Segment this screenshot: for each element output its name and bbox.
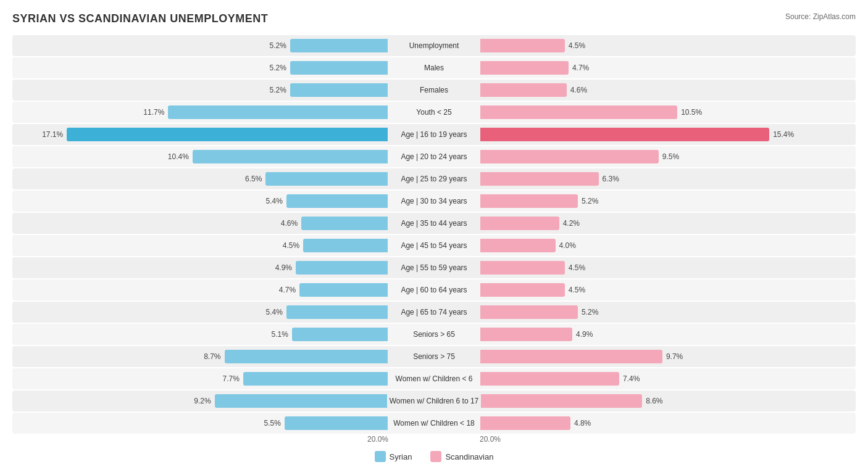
bars-right: 8.6% (481, 394, 856, 408)
right-value: 4.5% (569, 286, 591, 294)
legend-scandinavian: Scandinavian (430, 451, 493, 462)
bars-left: 5.1% (12, 328, 388, 341)
left-value: 4.7% (273, 286, 296, 294)
bar-row: 5.2% Females 4.6% (12, 80, 856, 101)
bar-row: 6.5% Age | 25 to 29 years 6.3% (12, 168, 856, 189)
bar-blue (299, 283, 388, 297)
left-value: 10.4% (167, 152, 189, 161)
bar-row: 4.9% Age | 55 to 59 years 4.5% (12, 257, 856, 278)
left-value: 4.6% (275, 219, 298, 228)
bars-right: 4.9% (480, 328, 856, 341)
bars-left: 4.7% (12, 283, 388, 297)
chart-body: 5.2% Unemployment 4.5% 5.2% Males 4.7% 5… (12, 35, 856, 434)
row-label: Age | 16 to 19 years (388, 130, 480, 139)
bars-left: 4.6% (12, 217, 388, 230)
bar-pink (480, 239, 556, 252)
axis-right: 20.0% (477, 435, 856, 444)
bar-pink (481, 394, 642, 408)
bar-pink (480, 128, 769, 141)
bars-left: 9.2% (12, 394, 387, 408)
right-value: 5.2% (582, 308, 604, 316)
bar-row: 5.2% Males 4.7% (12, 57, 856, 78)
bars-left: 5.2% (12, 61, 388, 75)
bars-right: 4.7% (480, 61, 856, 75)
right-value: 8.6% (646, 397, 668, 405)
bar-pink (480, 372, 619, 386)
axis-row: 20.0% 20.0% (12, 435, 856, 444)
left-value: 8.7% (199, 352, 221, 361)
bars-right: 4.6% (480, 83, 856, 97)
right-value: 4.5% (569, 41, 591, 50)
row-label: Women w/ Children 6 to 17 (387, 397, 482, 405)
bars-left: 8.7% (12, 350, 388, 363)
bars-right: 4.8% (480, 416, 856, 430)
bars-right: 9.7% (480, 350, 856, 363)
bar-row: 5.4% Age | 30 to 34 years 5.2% (12, 191, 856, 212)
bars-right: 4.0% (480, 239, 856, 252)
left-value: 5.2% (264, 41, 286, 50)
legend-scandinavian-box (430, 451, 441, 462)
bar-blue (301, 217, 388, 230)
bar-pink (480, 194, 578, 208)
bar-blue (168, 105, 388, 119)
right-value: 4.7% (572, 64, 595, 72)
right-value: 10.5% (681, 108, 703, 117)
bars-right: 5.2% (480, 194, 856, 208)
right-value: 4.0% (559, 241, 582, 250)
bars-right: 5.2% (480, 305, 856, 319)
right-value: 4.8% (574, 419, 596, 428)
row-label: Women w/ Children < 6 (388, 374, 480, 383)
bars-left: 5.4% (12, 194, 388, 208)
bar-blue (67, 128, 388, 141)
bar-blue (265, 172, 388, 186)
bars-right: 4.5% (480, 261, 856, 275)
bar-row: 4.7% Age | 60 to 64 years 4.5% (12, 279, 856, 300)
bar-blue (243, 372, 388, 386)
bar-row: 9.2% Women w/ Children 6 to 17 8.6% (12, 391, 856, 411)
bar-pink (480, 261, 565, 275)
bar-blue (285, 416, 388, 430)
bar-blue (286, 194, 388, 208)
bar-row: 17.1% Age | 16 to 19 years 15.4% (12, 124, 856, 145)
bar-row: 10.4% Age | 20 to 24 years 9.5% (12, 146, 856, 167)
row-label: Males (388, 64, 480, 72)
bar-pink (480, 305, 578, 319)
chart-footer: Syrian Scandinavian (12, 451, 856, 462)
left-value: 4.5% (277, 241, 299, 250)
bar-row: 5.4% Age | 65 to 74 years 5.2% (12, 302, 856, 323)
row-label: Seniors > 75 (388, 352, 480, 361)
bars-left: 5.2% (12, 83, 388, 97)
bar-row: 5.5% Women w/ Children < 18 4.8% (12, 413, 856, 434)
row-label: Age | 30 to 34 years (388, 197, 480, 205)
row-label: Age | 25 to 29 years (388, 175, 480, 183)
bars-left: 5.4% (12, 305, 388, 319)
bar-pink (480, 283, 565, 297)
bars-left: 6.5% (12, 172, 388, 186)
bar-blue (290, 83, 388, 97)
left-value: 5.1% (266, 330, 288, 339)
right-value: 4.9% (576, 330, 598, 339)
bars-left: 5.5% (12, 416, 388, 430)
row-label: Age | 35 to 44 years (388, 219, 480, 228)
bars-right: 4.5% (480, 283, 856, 297)
axis-left: 20.0% (12, 435, 391, 444)
bar-blue (286, 305, 388, 319)
bar-row: 5.1% Seniors > 65 4.9% (12, 324, 856, 345)
left-value: 9.2% (189, 397, 211, 405)
row-label: Seniors > 65 (388, 330, 480, 339)
legend-syrian-label: Syrian (390, 452, 412, 461)
bars-right: 9.5% (480, 150, 856, 163)
bar-blue (290, 39, 388, 52)
bar-pink (480, 61, 569, 75)
bars-right: 4.5% (480, 39, 856, 52)
right-value: 5.2% (582, 197, 604, 205)
bars-right: 4.2% (480, 217, 856, 230)
left-value: 11.7% (142, 108, 164, 117)
bar-pink (480, 150, 659, 163)
bar-row: 4.6% Age | 35 to 44 years 4.2% (12, 213, 856, 234)
row-label: Females (388, 86, 480, 94)
bar-row: 7.7% Women w/ Children < 6 7.4% (12, 368, 856, 389)
bars-left: 11.7% (12, 105, 388, 119)
bar-pink (480, 83, 567, 97)
bar-blue (290, 61, 388, 75)
